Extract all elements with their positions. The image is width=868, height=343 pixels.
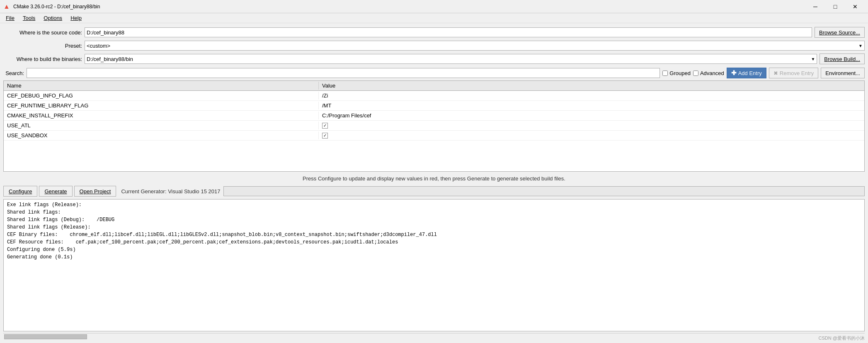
menu-tools[interactable]: Tools	[19, 14, 39, 22]
main-container: Where is the source code: Browse Source.…	[0, 23, 868, 343]
app-icon: ▲	[3, 3, 11, 10]
source-label: Where is the source code:	[3, 29, 82, 36]
grouped-checkbox[interactable]	[662, 71, 668, 76]
maximize-button[interactable]: □	[826, 0, 845, 13]
build-value: D:/cef_binary88/bin	[87, 56, 133, 62]
browse-source-button[interactable]: Browse Source...	[815, 27, 865, 38]
environment-button[interactable]: Environment...	[821, 68, 865, 78]
output-line-7: Configuring done (5.9s)	[7, 247, 76, 253]
row-value-checkbox: ✓	[319, 132, 864, 139]
browse-build-button[interactable]: Browse Build...	[820, 54, 865, 64]
scrollbar-thumb[interactable]	[4, 334, 87, 339]
row-name: CMAKE_INSTALL_PREFIX	[4, 112, 319, 119]
info-message: Press Configure to update and display ne…	[303, 175, 565, 182]
title-bar: ▲ CMake 3.26.0-rc2 - D:/cef_binary88/bin…	[0, 0, 868, 13]
table-row[interactable]: CMAKE_INSTALL_PREFIX C:/Program Files/ce…	[4, 111, 864, 121]
col-name-header: Name	[4, 82, 319, 90]
menu-bar: File Tools Options Help	[0, 13, 868, 23]
remove-entry-label: Remove Entry	[780, 70, 814, 76]
environment-label: Environment...	[825, 70, 860, 76]
search-toolbar-row: Search: Grouped Advanced ✚ Add Entry ✖ R…	[3, 67, 865, 79]
title-bar-controls: ─ □ ✕	[806, 0, 865, 13]
variables-table: Name Value CEF_DEBUG_INFO_FLAG /Zi CEF_R…	[3, 80, 865, 172]
add-entry-button[interactable]: ✚ Add Entry	[727, 68, 766, 78]
build-dropdown[interactable]: D:/cef_binary88/bin ▼	[85, 54, 817, 64]
action-row: Configure Generate Open Project Current …	[3, 185, 865, 197]
watermark: CSDN @爱看书的小沐	[819, 335, 865, 341]
preset-row: Preset: <custom> ▼	[3, 40, 865, 51]
build-label: Where to build the binaries:	[3, 56, 82, 62]
remove-icon: ✖	[773, 70, 778, 76]
preset-chevron-icon: ▼	[858, 44, 863, 48]
output-line-2: Shared link flags:	[7, 209, 61, 215]
search-input[interactable]	[27, 68, 660, 78]
menu-file[interactable]: File	[2, 14, 19, 22]
info-bar: Press Configure to update and display ne…	[3, 173, 865, 183]
row-name: USE_ATL	[4, 122, 319, 129]
table-row[interactable]: USE_ATL ✓	[4, 121, 864, 131]
advanced-checkbox-group: Advanced	[693, 70, 724, 76]
row-value: /MT	[319, 102, 864, 109]
table-row[interactable]: CEF_DEBUG_INFO_FLAG /Zi	[4, 91, 864, 101]
source-row: Where is the source code: Browse Source.…	[3, 27, 865, 38]
row-value: /Zi	[319, 92, 864, 100]
source-input[interactable]	[85, 27, 812, 37]
output-line-6: CEF Resource files: cef.pak;cef_100_perc…	[7, 239, 398, 245]
remove-entry-button[interactable]: ✖ Remove Entry	[769, 68, 818, 78]
table-row[interactable]: USE_SANDBOX ✓	[4, 131, 864, 141]
title-bar-text: CMake 3.26.0-rc2 - D:/cef_binary88/bin	[13, 4, 806, 10]
output-line-1: Exe link flags (Release):	[7, 202, 82, 208]
generate-button[interactable]: Generate	[39, 186, 72, 197]
build-row: Where to build the binaries: D:/cef_bina…	[3, 53, 865, 65]
row-value-checkbox: ✓	[319, 122, 864, 129]
preset-value: <custom>	[87, 43, 110, 49]
generator-box	[223, 186, 865, 196]
close-button[interactable]: ✕	[846, 0, 865, 13]
add-entry-label: Add Entry	[738, 70, 762, 76]
output-line-8: Generating done (0.1s)	[7, 254, 73, 260]
row-name: CEF_DEBUG_INFO_FLAG	[4, 92, 319, 100]
generator-text: Current Generator: Visual Studio 15 2017	[121, 188, 220, 195]
use-sandbox-checkbox[interactable]: ✓	[322, 133, 328, 139]
advanced-checkbox[interactable]	[693, 71, 698, 76]
col-value-header: Value	[319, 82, 864, 90]
grouped-label: Grouped	[669, 70, 691, 76]
build-chevron-icon: ▼	[811, 57, 815, 61]
output-log[interactable]: Exe link flags (Release): Shared link fl…	[3, 199, 865, 331]
output-line-4: Shared link flags (Release):	[7, 224, 91, 230]
use-atl-checkbox[interactable]: ✓	[322, 123, 328, 129]
table-header: Name Value	[4, 81, 864, 91]
output-line-3: Shared link flags (Debug): /DEBUG	[7, 217, 114, 223]
horizontal-scrollbar[interactable]	[3, 333, 865, 340]
row-value: C:/Program Files/cef	[319, 112, 864, 119]
menu-help[interactable]: Help	[66, 14, 86, 22]
row-name: USE_SANDBOX	[4, 131, 319, 139]
table-row[interactable]: CEF_RUNTIME_LIBRARY_FLAG /MT	[4, 101, 864, 111]
search-label: Search:	[3, 70, 24, 76]
advanced-label: Advanced	[700, 70, 724, 76]
preset-label: Preset:	[3, 43, 82, 49]
open-project-button[interactable]: Open Project	[74, 186, 116, 197]
configure-button[interactable]: Configure	[3, 186, 37, 197]
preset-dropdown[interactable]: <custom> ▼	[85, 41, 865, 51]
grouped-checkbox-group: Grouped	[662, 70, 691, 76]
plus-icon: ✚	[731, 69, 737, 77]
minimize-button[interactable]: ─	[806, 0, 825, 13]
row-name: CEF_RUNTIME_LIBRARY_FLAG	[4, 102, 319, 109]
output-line-5: CEF Binary files: chrome_elf.dll;libcef.…	[7, 232, 437, 238]
menu-options[interactable]: Options	[39, 14, 66, 22]
